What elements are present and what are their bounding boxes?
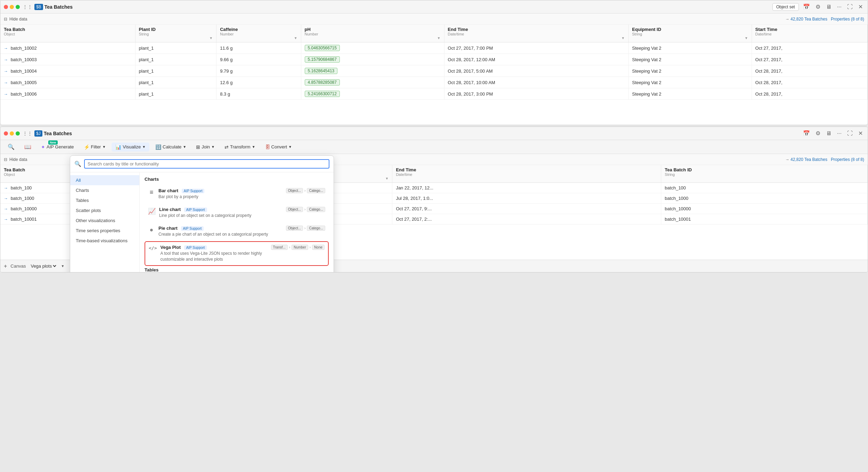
card-item[interactable]: ● Pie chart AIP Support Create a pie cha… [145, 223, 329, 240]
aip-generate-label: AIP Generate [47, 144, 74, 149]
more-icon[interactable]: ··· [836, 3, 843, 11]
top-window: ⋮⋮ $B Tea Batches Object set 📅 ⚙ 🖥 ··· ⛶… [0, 0, 868, 125]
cell-tea-batch: → batch_10004 [0, 65, 135, 77]
bottom-more-icon[interactable]: ··· [836, 130, 843, 137]
bottom-expand-icon[interactable]: ⛶ [846, 130, 854, 137]
dropdown-sidebar-item[interactable]: Charts [70, 185, 139, 195]
dropdown-arrow [88, 155, 95, 156]
expand-icon[interactable]: ⛶ [846, 3, 854, 11]
row-arrow-icon[interactable]: → [4, 57, 8, 62]
row-arrow-icon[interactable]: → [4, 206, 8, 211]
dropdown-sidebar-item[interactable]: Tables [70, 195, 139, 205]
filter-button[interactable]: ⚡ Filter ▼ [80, 143, 110, 152]
dropdown-search-input[interactable] [84, 159, 329, 169]
cell-plant-id: plant_1 [135, 54, 216, 65]
cell-caffeine: 9.66 g [216, 54, 301, 65]
calculate-button[interactable]: 🔢 Calculate ▼ [152, 143, 190, 152]
cell-end-time: Jul 28, 2017, 1:0... [392, 193, 661, 204]
top-properties-link[interactable]: Properties (8 of 8) [831, 17, 864, 22]
visualize-icon: 📊 [115, 144, 121, 150]
maximize-dot[interactable] [16, 5, 20, 9]
bottom-hide-data-label[interactable]: Hide data [9, 157, 27, 162]
bottom-settings-icon[interactable]: ⚙ [814, 129, 822, 137]
row-arrow-icon[interactable]: → [4, 80, 8, 85]
card-tag: Catego... [307, 226, 325, 231]
join-chevron: ▼ [211, 145, 215, 149]
row-arrow-icon[interactable]: → [4, 46, 8, 51]
add-button[interactable]: + [4, 263, 7, 269]
visualize-dropdown: 🔍 AllChartsTablesScatter plotsOther visu… [70, 155, 334, 272]
table-row: → batch_10002 plant_1 11.6 g 5.046305667… [0, 42, 868, 54]
col-caffeine: CaffeineNumber ▼ [216, 25, 301, 42]
row-arrow-icon[interactable]: → [4, 69, 8, 74]
cell-start-time: Oct 28, 2017, [752, 65, 867, 77]
tag-arrow: › [304, 207, 305, 211]
dropdown-search-bar: 🔍 [70, 156, 334, 172]
canvas-select[interactable]: Vega plots [29, 263, 57, 269]
card-info: Vega Plot AIP Support A tool that uses V… [160, 245, 267, 262]
search-button[interactable]: 🔍 [4, 142, 18, 152]
row-arrow-icon[interactable]: → [4, 217, 8, 222]
section-title: Charts [145, 177, 329, 182]
cell-equipment: Steeping Vat 2 [629, 42, 752, 54]
bottom-close-dot[interactable] [4, 131, 8, 136]
card-item[interactable]: ≡ Bar chart AIP Support Bar plot by a pr… [145, 185, 329, 203]
bottom-drag-icon: ⋮⋮ [23, 131, 32, 136]
line-chart-icon: 📈 [148, 207, 156, 215]
bottom-properties-link[interactable]: Properties (8 of 8) [831, 157, 864, 162]
row-arrow-icon[interactable]: → [4, 92, 8, 97]
browse-button[interactable]: 📖 [21, 142, 35, 152]
batch-id: batch_10005 [11, 80, 37, 85]
dropdown-sidebar-item[interactable]: All [70, 175, 139, 185]
row-arrow-icon[interactable]: → [4, 186, 8, 190]
top-subbar: ⊟ Hide data → 42,820 Tea Batches Propert… [0, 14, 868, 25]
transform-icon: ⇄ [224, 144, 229, 150]
transform-button[interactable]: ⇄ Transform ▼ [221, 143, 259, 152]
object-set-button[interactable]: Object set [772, 3, 799, 11]
close-icon[interactable]: ✕ [857, 3, 864, 11]
card-info: Line chart AIP Support Line plot of an o… [159, 207, 282, 219]
bottom-count-value: 42,820 Tea Batches [791, 157, 827, 162]
bottom-maximize-dot[interactable] [16, 131, 20, 136]
minimize-dot[interactable] [10, 5, 14, 9]
cell-end-time: Jan 22, 2017, 12... [392, 183, 661, 193]
top-table-scroll[interactable]: Tea BatchObject Plant IDString ▼ Caffein… [0, 25, 868, 125]
hide-data-label[interactable]: Hide data [9, 17, 27, 22]
display-icon[interactable]: 🖥 [825, 3, 833, 11]
top-scrollbar[interactable] [0, 125, 868, 125]
convert-button[interactable]: 🗄 Convert ▼ [261, 143, 296, 152]
dropdown-sidebar-item[interactable]: Time series properties [70, 226, 139, 236]
batch-id: batch_10004 [11, 68, 37, 74]
card-desc: A tool that uses Vega-Lite JSON specs to… [160, 251, 267, 262]
dropdown-sidebar-item[interactable]: Other visualizations [70, 215, 139, 226]
card-item[interactable]: 📈 Line chart AIP Support Line plot of an… [145, 204, 329, 221]
bottom-titlebar-actions: 📅 ⚙ 🖥 ··· ⛶ ✕ [802, 129, 864, 137]
join-label: Join [202, 144, 210, 149]
bottom-minimize-dot[interactable] [10, 131, 14, 136]
tag-arrow: › [304, 226, 305, 230]
row-arrow-icon[interactable]: → [4, 196, 8, 201]
bottom-col-end-time: End TimeDate/time [392, 165, 661, 183]
dropdown-sidebar-item[interactable]: Scatter plots [70, 205, 139, 215]
cell-ph: 5.24166300712 [301, 88, 444, 100]
cell-ph: 4.85788285087 [301, 77, 444, 88]
convert-icon: 🗄 [265, 144, 270, 150]
bottom-display-icon[interactable]: 🖥 [825, 130, 833, 137]
card-info: Pie chart AIP Support Create a pie chart… [158, 226, 282, 237]
visualize-button[interactable]: 📊 Visualize ▼ [112, 143, 149, 152]
card-item[interactable]: </> Vega Plot AIP Support A tool that us… [145, 241, 329, 266]
top-titlebar: ⋮⋮ $B Tea Batches Object set 📅 ⚙ 🖥 ··· ⛶… [0, 0, 868, 14]
settings-icon[interactable]: ⚙ [814, 3, 822, 11]
close-dot[interactable] [4, 5, 8, 9]
search-icon: 🔍 [74, 161, 81, 167]
convert-label: Convert [271, 144, 287, 149]
join-button[interactable]: ⊞ Join ▼ [192, 143, 219, 152]
dropdown-body: AllChartsTablesScatter plotsOther visual… [70, 172, 334, 272]
dropdown-content: Charts ≡ Bar chart AIP Support Bar plot … [140, 172, 334, 272]
dropdown-sidebar: AllChartsTablesScatter plotsOther visual… [70, 172, 140, 272]
calendar-icon[interactable]: 📅 [802, 3, 811, 11]
filter-label: Filter [91, 144, 101, 149]
bottom-close-icon[interactable]: ✕ [857, 129, 864, 137]
bottom-calendar-icon[interactable]: 📅 [802, 129, 811, 137]
dropdown-sidebar-item[interactable]: Time-based visualizations [70, 236, 139, 246]
